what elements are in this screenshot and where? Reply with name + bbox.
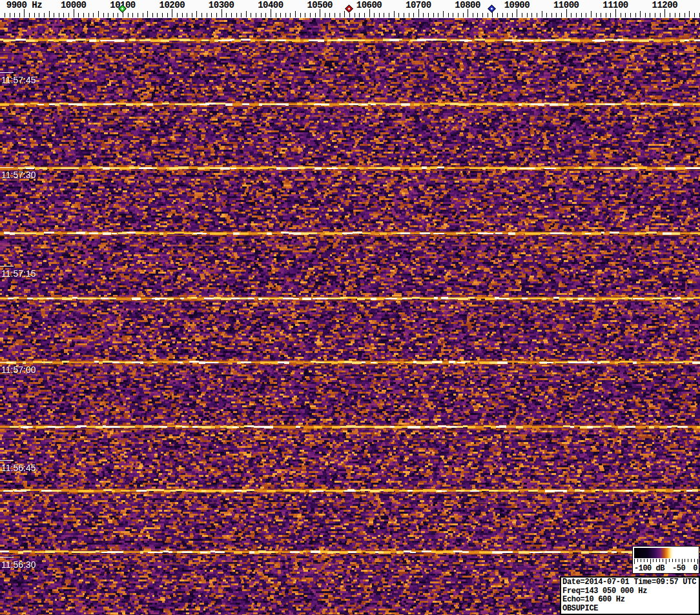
ruler-tick: [310, 13, 311, 17]
ruler-tick: [398, 13, 399, 17]
ruler-tick: [290, 13, 291, 17]
ruler-tick: [147, 11, 148, 17]
ruler-tick: [300, 13, 301, 17]
ruler-frequency-label: 10500: [307, 0, 333, 10]
info-station-name: OBSUPICE: [562, 605, 697, 614]
ruler-tick: [591, 11, 592, 17]
ruler-tick: [231, 13, 232, 17]
ruler-tick: [527, 13, 528, 17]
ruler-tick: [448, 13, 449, 17]
ruler-tick: [694, 13, 695, 17]
ruler-tick: [586, 13, 586, 17]
ruler-tick: [438, 13, 438, 17]
ruler-tick: [251, 13, 251, 17]
ruler-tick: [689, 11, 690, 17]
ruler-tick: [49, 11, 50, 17]
legend-label-row: -100 dB -50 0: [634, 564, 697, 573]
marker-center-dot: [491, 7, 493, 10]
time-tick: [0, 460, 14, 461]
ruler-tick: [34, 13, 35, 17]
ruler-tick: [453, 13, 453, 17]
time-label: 11:57:15: [1, 268, 36, 279]
legend-tick: [650, 559, 651, 564]
ruler-tick: [113, 13, 114, 17]
ruler-tick: [621, 13, 621, 17]
ruler-tick: [556, 13, 557, 17]
time-tick: [0, 557, 14, 558]
ruler-tick: [635, 13, 636, 17]
legend-tick: [685, 559, 685, 562]
legend-tick: [653, 559, 654, 562]
ruler-tick: [63, 13, 64, 17]
time-label: 11:56:30: [1, 560, 36, 570]
ruler-tick: [335, 13, 335, 17]
legend-tick-row: [634, 559, 697, 564]
status-info-box: Date=2014-07-01 Time=09:57 UTC Freq=143 …: [560, 576, 700, 615]
legend-label-max: 0: [693, 564, 697, 573]
legend-tick: [656, 559, 657, 562]
ruler-tick: [384, 13, 384, 17]
ruler-tick: [192, 13, 192, 17]
ruler-tick: [463, 13, 464, 17]
ruler-tick: [502, 13, 503, 17]
time-label: 11:56:45: [1, 463, 36, 473]
ruler-tick: [246, 11, 247, 17]
ruler-tick: [108, 13, 108, 17]
ruler-tick: [98, 11, 99, 17]
ruler-tick: [118, 13, 118, 17]
time-tick: [0, 72, 14, 73]
ruler-tick: [88, 13, 89, 17]
waterfall-spectrogram-canvas[interactable]: [0, 18, 700, 615]
ruler-frequency-label: 9900 Hz: [6, 0, 42, 10]
legend-tick: [644, 559, 644, 562]
legend-tick: [691, 559, 692, 562]
ruler-tick: [355, 13, 355, 17]
legend-label-min: -100 dB: [634, 564, 664, 573]
ruler-tick: [256, 13, 256, 17]
marker-diamond-red[interactable]: [345, 5, 353, 13]
ruler-tick: [157, 13, 158, 17]
ruler-tick: [344, 11, 345, 17]
legend-tick: [659, 559, 660, 562]
ruler-tick: [14, 13, 15, 17]
ruler-tick: [93, 13, 94, 17]
ruler-frequency-label: 11000: [553, 0, 579, 10]
legend-tick: [663, 559, 663, 562]
ruler-tick: [531, 13, 532, 17]
ruler-tick: [236, 13, 237, 17]
frequency-ruler[interactable]: 9900 Hz100001010010200103001040010500106…: [0, 0, 700, 18]
ruler-tick: [201, 13, 202, 17]
ruler-frequency-label: 10200: [160, 0, 185, 10]
ruler-frequency-label: 10000: [61, 0, 87, 10]
ruler-tick: [685, 13, 685, 17]
ruler-tick: [10, 13, 10, 17]
marker-diamond-blue[interactable]: [488, 5, 496, 13]
ruler-tick: [497, 13, 498, 17]
ruler-tick: [128, 13, 129, 17]
ruler-tick: [675, 13, 675, 17]
ruler-tick: [458, 13, 458, 17]
legend-tick: [647, 559, 648, 562]
ruler-tick: [537, 13, 537, 17]
ruler-tick: [305, 13, 305, 17]
ruler-tick: [660, 13, 661, 17]
ruler-tick: [601, 13, 601, 17]
info-frequency: Freq=143 050 000 Hz: [562, 587, 697, 596]
ruler-tick: [507, 13, 508, 17]
ruler-tick: [364, 13, 365, 17]
legend-tick: [669, 559, 670, 562]
ruler-tick: [325, 13, 325, 17]
legend-tick: [675, 559, 676, 562]
legend-tick: [694, 559, 695, 562]
ruler-tick: [103, 13, 104, 17]
ruler-tick: [207, 13, 207, 17]
ruler-tick: [276, 13, 276, 17]
ruler-tick: [404, 13, 404, 17]
ruler-tick: [433, 13, 434, 17]
ruler-tick: [280, 13, 281, 17]
time-tick: [0, 266, 14, 267]
info-date-time: Date=2014-07-01 Time=09:57 UTC: [562, 578, 697, 587]
ruler-tick: [211, 13, 212, 17]
legend-tick: [697, 559, 698, 564]
ruler-tick: [187, 13, 187, 17]
